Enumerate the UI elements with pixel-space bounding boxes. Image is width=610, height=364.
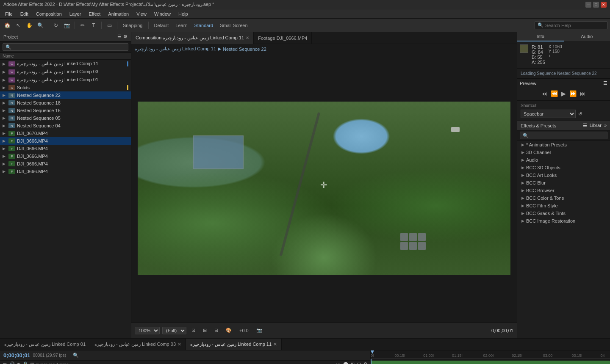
rotation-tool[interactable]: ↻ (51, 21, 61, 30)
project-item[interactable]: ▶ F DJI_0666.MP4 (0, 152, 131, 160)
workspace-default[interactable]: Default (152, 22, 172, 29)
effects-menu-icon[interactable]: ☰ (583, 123, 587, 128)
effect-group-item[interactable]: ▶BCC Blur (517, 179, 610, 187)
item-expand-arrow[interactable]: ▶ (3, 70, 7, 74)
item-expand-arrow[interactable]: ▶ (3, 62, 7, 66)
layer-bar-1[interactable] (371, 361, 610, 364)
project-item[interactable]: ▶ F DJI_0666.MP4 (0, 145, 131, 152)
breadcrumb-seq[interactable]: Nested Sequence 22 (223, 47, 266, 52)
project-item[interactable]: ▶ N Nested Sequence 18 (0, 99, 131, 107)
shape-tool[interactable]: ▭ (105, 21, 114, 30)
item-expand-arrow[interactable]: ▶ (3, 101, 7, 105)
workspace-small[interactable]: Small Screen (217, 22, 250, 29)
menu-layer[interactable]: Layer (66, 11, 85, 17)
tl-lock-icon[interactable]: 🔒 (22, 361, 28, 364)
viewer-tab-comp-close[interactable]: ✕ (246, 36, 249, 40)
hand-tool[interactable]: ✋ (25, 21, 34, 30)
effect-group-item[interactable]: ▶Audio (517, 156, 610, 164)
tl-tool4[interactable]: ⊟ (357, 361, 361, 364)
item-expand-arrow[interactable]: ▶ (3, 162, 7, 166)
effect-group-item[interactable]: ▶* Animation Presets (517, 141, 610, 149)
project-menu-icon[interactable]: ☰ (117, 34, 122, 39)
timeline-layer-content[interactable] (371, 359, 610, 364)
tl-audio-icon[interactable]: 🔊 (9, 361, 15, 364)
timeline-tab-comp11[interactable]: زمین عباس - رودبارچیره Linked Comp 11 ✕ (186, 339, 282, 350)
zoom-select[interactable]: 100% 50% 200% (135, 327, 160, 334)
step-forward-button[interactable]: ⏩ (569, 90, 577, 97)
timeline-tab-comp11-close[interactable]: ✕ (273, 342, 277, 347)
project-item[interactable]: ▶ C زمین عباس - رودبارچیره Linked Comp 0… (0, 68, 131, 76)
timeline-search-icon[interactable]: 🔍 (73, 353, 79, 358)
skip-to-start-button[interactable]: ⏮ (541, 90, 547, 97)
item-expand-arrow[interactable]: ▶ (3, 131, 7, 135)
grid-btn[interactable]: ⊟ (212, 327, 221, 334)
timeline-ruler[interactable]: 0f 00:15f 01:00f 01:15f 02:00f 02:15f 03… (371, 350, 610, 359)
text-tool[interactable]: T (89, 21, 98, 30)
item-expand-arrow[interactable]: ▶ (3, 139, 7, 143)
info-tab[interactable]: Info (517, 32, 564, 41)
exposure-btn[interactable]: +0.0 (237, 327, 251, 334)
select-tool[interactable]: ↖ (14, 21, 23, 30)
workspace-standard[interactable]: Standard (192, 22, 216, 29)
tl-tool2[interactable]: ⬤ (343, 361, 348, 364)
tl-tool5[interactable]: ⚙ (363, 361, 368, 364)
project-item[interactable]: ▶ N Nested Sequence 05 (0, 114, 131, 122)
effects-search-input[interactable] (520, 132, 607, 139)
project-item[interactable]: ▶ F DJI_0666.MP4 (0, 137, 131, 145)
tl-solo-icon[interactable]: ◉ (17, 361, 21, 364)
menu-composition[interactable]: Composition (33, 11, 65, 17)
item-expand-arrow[interactable]: ▶ (3, 146, 7, 151)
timeline-tab-comp01[interactable]: زمین عباس - رودبارچیره Linked Comp 01 (0, 339, 90, 350)
project-item[interactable]: ▶ C زمین عباس - رودبارچیره Linked Comp 1… (0, 60, 131, 68)
timeline-tab-comp03-close[interactable]: ✕ (177, 342, 181, 347)
effect-group-item[interactable]: ▶BCC Grads & Tints (517, 210, 610, 217)
item-expand-arrow[interactable]: ▶ (3, 154, 7, 158)
preview-menu-icon[interactable]: ☰ (603, 80, 607, 86)
effect-group-item[interactable]: ▶BCC Film Style (517, 202, 610, 210)
shortcut-reset-icon[interactable]: ↺ (578, 111, 582, 117)
search-help-box[interactable]: 🔍 (535, 21, 607, 29)
effects-search-area[interactable] (517, 130, 610, 141)
item-expand-arrow[interactable]: ▶ (3, 169, 7, 174)
snapping-label[interactable]: Snapping (120, 22, 145, 29)
item-expand-arrow[interactable]: ▶ (3, 78, 7, 82)
menu-view[interactable]: View (133, 11, 150, 17)
tl-tool1[interactable]: ⋯ (336, 361, 341, 364)
search-help-input[interactable] (545, 23, 604, 28)
camera-tool[interactable]: 📷 (62, 21, 72, 30)
timeline-current-time[interactable]: 0;00;00;01 (3, 352, 30, 358)
play-pause-button[interactable]: ▶ (561, 90, 566, 97)
shortcut-select[interactable]: Spacebar (521, 110, 576, 118)
breadcrumb-comp[interactable]: زمین عباس - رودبارچیره Linked Comp 11 (135, 46, 216, 52)
pen-tool[interactable]: ✏ (78, 21, 87, 30)
effect-group-item[interactable]: ▶BCC Browser (517, 187, 610, 194)
project-settings-icon[interactable]: ⚙ (123, 34, 128, 39)
menu-edit[interactable]: Edit (17, 11, 32, 17)
zoom-tool[interactable]: 🔍 (36, 21, 45, 30)
item-expand-arrow[interactable]: ▶ (3, 85, 7, 90)
project-item[interactable]: ▶ F DJI_0670.MP4 (0, 130, 131, 137)
workspace-learn[interactable]: Learn (173, 22, 190, 29)
project-item[interactable]: ▶ C زمین عباس - رودبارچیره Linked Comp 0… (0, 76, 131, 84)
item-expand-arrow[interactable]: ▶ (3, 108, 7, 113)
item-expand-arrow[interactable]: ▶ (3, 93, 7, 97)
effect-group-item[interactable]: ▶3D Channel (517, 149, 610, 156)
safe-margins-btn[interactable]: ⊞ (200, 327, 209, 334)
menu-window[interactable]: Window (151, 11, 174, 17)
item-expand-arrow[interactable]: ▶ (3, 124, 7, 128)
home-button[interactable]: 🏠 (3, 21, 12, 30)
item-expand-arrow[interactable]: ▶ (3, 116, 7, 120)
project-item[interactable]: ▶ N Nested Sequence 16 (0, 107, 131, 114)
tl-tool3[interactable]: ⊞ (351, 361, 355, 364)
project-item[interactable]: ▶ F DJI_0666.MP4 (0, 160, 131, 168)
effect-group-item[interactable]: ▶BCC Art Looks (517, 171, 610, 179)
project-item[interactable]: ▶ N Nested Sequence 04 (0, 122, 131, 130)
channels-btn[interactable]: 🎨 (223, 327, 234, 334)
effect-group-item[interactable]: ▶BCC Color & Tone (517, 194, 610, 202)
audio-tab[interactable]: Audio (564, 32, 610, 41)
fit-width-btn[interactable]: ⊡ (189, 327, 198, 334)
composition-viewport[interactable]: ✛ (131, 54, 517, 323)
close-button[interactable]: ✕ (601, 2, 607, 8)
viewer-tab-footage[interactable]: Footage DJI_0666.MP4 (254, 32, 312, 44)
snapshot-btn[interactable]: 📷 (254, 327, 265, 334)
